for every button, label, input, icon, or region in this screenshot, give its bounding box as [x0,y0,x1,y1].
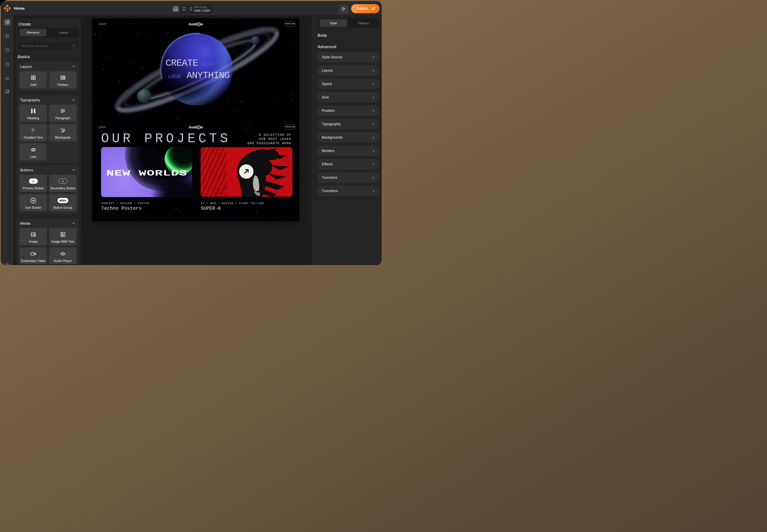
svg-text:“: “ [60,128,62,131]
